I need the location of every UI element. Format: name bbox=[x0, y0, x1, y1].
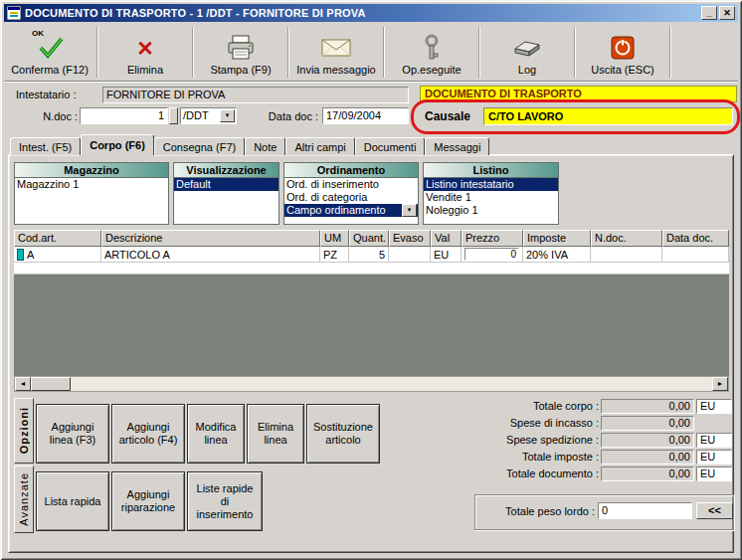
scroll-left-icon[interactable]: ◄ bbox=[15, 377, 31, 391]
list-item-default[interactable]: Default bbox=[174, 178, 278, 191]
cell-ndoc[interactable] bbox=[591, 247, 662, 263]
toolbar-separator bbox=[478, 27, 480, 78]
minimize-button[interactable]: _ bbox=[701, 6, 717, 20]
intestatario-field[interactable]: FORNITORE DI PROVA bbox=[102, 87, 409, 103]
conferma-button[interactable]: OK Conferma (F12) bbox=[4, 24, 95, 81]
listino-header: Listino bbox=[424, 163, 558, 178]
doc-code-combobox[interactable]: /DDT ▼ bbox=[180, 107, 237, 124]
doc-code-value: /DDT bbox=[183, 109, 209, 121]
log-button[interactable]: Log bbox=[481, 24, 573, 81]
data-doc-label: Data doc : bbox=[251, 110, 318, 122]
column-header-ndoc[interactable]: N.doc. bbox=[591, 230, 662, 247]
tab-documenti[interactable]: Documenti bbox=[355, 137, 426, 155]
spese-spedizione-value: 0,00 bbox=[601, 433, 694, 448]
grid-row[interactable]: A ARTICOLO A PZ 5 EU 0 20% IVA bbox=[14, 247, 729, 263]
liste-rapide-inserimento-button[interactable]: Liste rapide di inserimento bbox=[187, 471, 263, 531]
spese-spedizione-label: Spese spedizione : bbox=[475, 434, 599, 446]
listino-groupbox: Listino Listino intestatario Vendite 1 N… bbox=[423, 162, 559, 225]
modifica-linea-button[interactable]: Modifica linea bbox=[187, 404, 245, 464]
ok-confirm-icon: OK bbox=[35, 33, 65, 63]
collapse-button[interactable]: << bbox=[696, 502, 733, 519]
data-doc-input[interactable]: 17/09/2004 bbox=[322, 107, 409, 124]
cell-imposte[interactable]: 20% IVA bbox=[523, 247, 591, 263]
cell-val[interactable]: EU bbox=[431, 247, 462, 263]
list-item-noleggio-1[interactable]: Noleggio 1 bbox=[424, 204, 558, 217]
campo-ordinamento-label: Campo ordinamento bbox=[286, 204, 386, 216]
cell-descrizione[interactable]: ARTICOLO A bbox=[101, 247, 320, 263]
column-header-prezzo[interactable]: Prezzo bbox=[462, 230, 523, 247]
column-header-val[interactable]: Val bbox=[431, 230, 462, 247]
printer-icon bbox=[227, 33, 255, 63]
delete-x-icon: ✕ bbox=[136, 33, 154, 63]
ndoc-small-button[interactable] bbox=[169, 107, 178, 124]
cell-cod-art[interactable]: A bbox=[14, 247, 101, 263]
listino-list: Listino intestatario Vendite 1 Noleggio … bbox=[424, 178, 558, 224]
tab-messaggi[interactable]: Messaggi bbox=[425, 137, 489, 155]
active-row-marker-icon bbox=[17, 249, 24, 261]
column-header-cod-art[interactable]: Cod.art. bbox=[14, 230, 101, 247]
column-header-evaso[interactable]: Evaso bbox=[389, 230, 431, 247]
scrollbar-thumb[interactable] bbox=[31, 377, 71, 391]
peso-lordo-input[interactable]: 0 bbox=[598, 502, 692, 519]
tab-corpo[interactable]: Corpo (F6) bbox=[81, 134, 154, 155]
side-tab-avanzate[interactable]: Avanzate bbox=[14, 466, 34, 533]
toolbar-separator bbox=[574, 27, 576, 78]
cell-evaso[interactable] bbox=[389, 247, 431, 263]
cell-um[interactable]: PZ bbox=[320, 247, 349, 263]
elimina-linea-button[interactable]: Elimina linea bbox=[247, 404, 304, 464]
wrench-icon bbox=[421, 33, 443, 63]
list-item-ord-inserimento[interactable]: Ord. di inserimento bbox=[284, 178, 418, 191]
list-item-vendite-1[interactable]: Vendite 1 bbox=[424, 191, 558, 204]
column-header-imposte[interactable]: Imposte bbox=[523, 230, 591, 247]
scanner-icon bbox=[512, 33, 542, 63]
column-header-quant[interactable]: Quant. bbox=[349, 230, 389, 247]
invia-messaggio-button[interactable]: Invia messaggio bbox=[290, 24, 382, 81]
totale-corpo-value: 0,00 bbox=[601, 399, 694, 414]
side-tab-avanzate-label: Avanzate bbox=[18, 472, 30, 526]
column-header-um[interactable]: UM bbox=[320, 230, 349, 247]
visualizzazione-header: Visualizzazione bbox=[174, 163, 278, 178]
tab-altri-campi[interactable]: Altri campi bbox=[285, 137, 354, 155]
ordinamento-list: Ord. di inserimento Ord. di categoria Ca… bbox=[284, 178, 418, 224]
aggiungi-riparazione-button[interactable]: Aggiungi riparazione bbox=[111, 471, 185, 531]
close-button[interactable]: ✕ bbox=[719, 6, 735, 20]
chevron-down-icon[interactable]: ▼ bbox=[220, 109, 235, 122]
chevron-down-icon[interactable]: ▼ bbox=[402, 204, 417, 217]
toolbar-separator bbox=[383, 27, 385, 78]
list-item-listino-intestatario[interactable]: Listino intestatario bbox=[424, 178, 558, 191]
sostituzione-articolo-button[interactable]: Sostituzione articolo bbox=[306, 404, 380, 464]
tab-note[interactable]: Note bbox=[245, 137, 285, 155]
uscita-button[interactable]: Uscita (ESC) bbox=[577, 24, 668, 81]
causale-field[interactable]: C/TO LAVORO bbox=[483, 107, 733, 125]
side-tab-opzioni[interactable]: Opzioni bbox=[14, 398, 34, 464]
grid-empty-row[interactable] bbox=[14, 263, 729, 275]
list-item-campo-ordinamento[interactable]: Campo ordinamento ▼ bbox=[284, 204, 418, 217]
ndoc-input[interactable]: 1 bbox=[80, 107, 168, 124]
toolbar-separator bbox=[669, 27, 671, 78]
cell-prezzo[interactable]: 0 bbox=[462, 247, 523, 263]
list-item-magazzino-1[interactable]: Magazzino 1 bbox=[15, 178, 168, 191]
column-header-data-doc[interactable]: Data doc. bbox=[662, 230, 729, 247]
toolbar-separator bbox=[96, 27, 98, 78]
totale-imposte-currency: EU bbox=[696, 450, 732, 465]
list-item-ord-categoria[interactable]: Ord. di categoria bbox=[284, 191, 418, 204]
stampa-button[interactable]: Stampa (F9) bbox=[195, 24, 286, 81]
horizontal-scrollbar[interactable]: ◄ ► bbox=[14, 376, 729, 392]
cell-quant[interactable]: 5 bbox=[349, 247, 389, 263]
prezzo-edit[interactable]: 0 bbox=[464, 248, 519, 261]
tab-consegna[interactable]: Consegna (F7) bbox=[154, 137, 245, 155]
elimina-button[interactable]: ✕ Elimina bbox=[99, 24, 191, 81]
scroll-right-icon[interactable]: ► bbox=[712, 377, 728, 391]
title-bar: DOCUMENTO DI TRASPORTO - 1 /DDT - FORNIT… bbox=[4, 4, 738, 22]
aggiungi-articolo-button[interactable]: Aggiungi articolo (F4) bbox=[111, 404, 185, 464]
scrollbar-track[interactable] bbox=[71, 377, 712, 391]
aggiungi-linea-button[interactable]: Aggiungi linea (F3) bbox=[36, 404, 109, 464]
delete-x-glyph: ✕ bbox=[136, 38, 154, 59]
tab-intestazione[interactable]: Intest. (F5) bbox=[10, 137, 81, 155]
cell-data-doc[interactable] bbox=[662, 247, 729, 263]
column-header-descrizione[interactable]: Descrizione bbox=[101, 230, 320, 247]
op-eseguite-button[interactable]: Op.eseguite bbox=[386, 24, 477, 81]
lista-rapida-button[interactable]: Lista rapida bbox=[36, 471, 109, 531]
envelope-icon bbox=[321, 33, 351, 63]
toolbar: OK Conferma (F12) ✕ Elimina Stampa (F9) … bbox=[4, 23, 738, 82]
